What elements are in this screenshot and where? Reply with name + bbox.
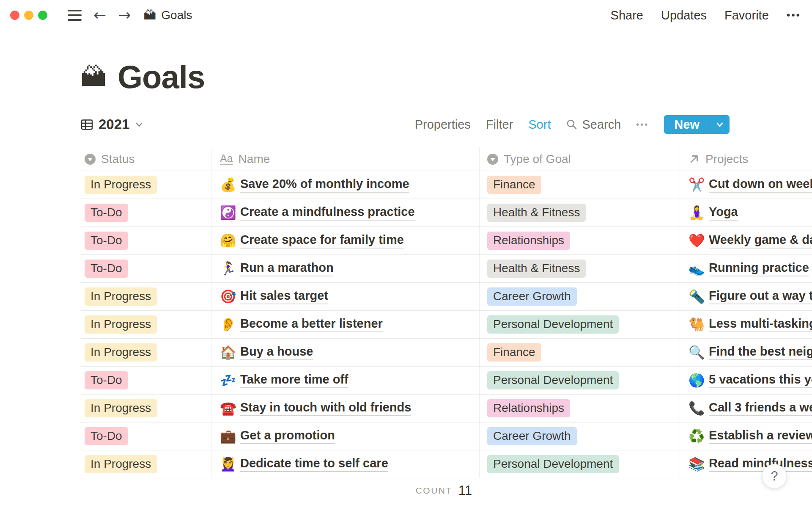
goal-name-link[interactable]: Run a marathon: [240, 261, 334, 276]
favorite-button[interactable]: Favorite: [724, 8, 769, 22]
type-of-goal-badge[interactable]: Relationships: [487, 399, 570, 417]
goal-name-link[interactable]: Hit sales target: [240, 289, 328, 304]
project-link[interactable]: Establish a review c: [709, 428, 812, 444]
page-title-emoji-icon[interactable]: 🏔: [80, 64, 107, 90]
name-cell[interactable]: 💰 Save 20% of monthly income: [211, 171, 480, 199]
goal-name-link[interactable]: Save 20% of monthly income: [240, 177, 409, 193]
status-cell[interactable]: In Progress: [80, 283, 211, 310]
table-row[interactable]: To-Do 🏃‍♀️ Run a marathon Health & Fitne…: [80, 255, 812, 283]
project-link[interactable]: Weekly game & date: [709, 233, 812, 248]
type-of-goal-cell[interactable]: Personal Development: [480, 367, 680, 394]
goal-name-link[interactable]: Buy a house: [240, 345, 313, 360]
type-of-goal-badge[interactable]: Personal Development: [487, 315, 619, 334]
table-row[interactable]: In Progress 💰 Save 20% of monthly income…: [80, 171, 812, 199]
type-of-goal-badge[interactable]: Personal Development: [487, 371, 619, 389]
status-cell[interactable]: To-Do: [80, 255, 211, 282]
projects-cell[interactable]: 👟 Running practice: [680, 255, 812, 282]
project-link[interactable]: Less multi-tasking: [709, 317, 812, 332]
status-cell[interactable]: In Progress: [80, 339, 211, 366]
type-of-goal-cell[interactable]: Personal Development: [480, 450, 680, 478]
table-row[interactable]: In Progress 👂 Become a better listener P…: [80, 311, 812, 339]
status-badge[interactable]: To-Do: [85, 260, 128, 278]
goal-name-link[interactable]: Become a better listener: [240, 317, 383, 332]
name-cell[interactable]: 🏠 Buy a house: [211, 339, 480, 366]
projects-cell[interactable]: ❤️ Weekly game & date: [680, 227, 812, 254]
name-cell[interactable]: 💆‍♀️ Dedicate time to self care: [211, 450, 480, 478]
status-badge[interactable]: In Progress: [85, 176, 157, 194]
name-cell[interactable]: 💤 Take more time off: [211, 367, 480, 394]
name-cell[interactable]: 🏃‍♀️ Run a marathon: [211, 255, 480, 282]
status-badge[interactable]: In Progress: [85, 287, 157, 306]
status-badge[interactable]: To-Do: [85, 427, 128, 445]
status-cell[interactable]: In Progress: [80, 311, 211, 338]
share-button[interactable]: Share: [611, 8, 643, 22]
projects-cell[interactable]: 📚 Read mindfulness b: [680, 450, 812, 478]
breadcrumb[interactable]: 🏔 Goals: [143, 8, 192, 22]
status-badge[interactable]: In Progress: [85, 399, 157, 417]
type-of-goal-cell[interactable]: Career Growth: [480, 422, 680, 450]
column-header-status[interactable]: Status: [80, 147, 211, 171]
project-link[interactable]: Find the best neighbo: [709, 345, 812, 360]
status-cell[interactable]: To-Do: [80, 367, 211, 394]
status-cell[interactable]: To-Do: [80, 227, 211, 254]
projects-cell[interactable]: 📞 Call 3 friends a week: [680, 395, 812, 422]
count-summary[interactable]: COUNT 11: [80, 478, 480, 503]
new-record-button[interactable]: New: [664, 115, 730, 134]
updates-button[interactable]: Updates: [661, 8, 707, 22]
close-window-button[interactable]: [10, 11, 19, 20]
project-link[interactable]: Call 3 friends a week: [709, 400, 812, 416]
type-of-goal-badge[interactable]: Career Growth: [487, 427, 577, 445]
properties-button[interactable]: Properties: [415, 118, 471, 132]
projects-cell[interactable]: 🐫 Less multi-tasking: [680, 311, 812, 338]
project-link[interactable]: Yoga: [709, 205, 738, 221]
status-cell[interactable]: To-Do: [80, 422, 211, 450]
status-cell[interactable]: To-Do: [80, 199, 211, 226]
type-of-goal-cell[interactable]: Health & Fitness: [480, 255, 680, 282]
goal-name-link[interactable]: Get a promotion: [240, 428, 335, 444]
table-row[interactable]: In Progress 🎯 Hit sales target Career Gr…: [80, 283, 812, 311]
projects-cell[interactable]: 🔍 Find the best neighbo: [680, 339, 812, 366]
type-of-goal-cell[interactable]: Career Growth: [480, 283, 680, 310]
table-row[interactable]: To-Do 🤗 Create space for family time Rel…: [80, 227, 812, 255]
status-badge[interactable]: In Progress: [85, 315, 157, 334]
type-of-goal-badge[interactable]: Health & Fitness: [487, 204, 586, 222]
type-of-goal-badge[interactable]: Health & Fitness: [487, 260, 586, 278]
name-cell[interactable]: ☎️ Stay in touch with old friends: [211, 395, 480, 422]
type-of-goal-badge[interactable]: Finance: [487, 176, 541, 194]
goal-name-link[interactable]: Create space for family time: [240, 233, 404, 248]
goal-name-link[interactable]: Stay in touch with old friends: [240, 400, 411, 416]
type-of-goal-cell[interactable]: Relationships: [480, 227, 680, 254]
type-of-goal-cell[interactable]: Finance: [480, 171, 680, 199]
table-row[interactable]: To-Do 💼 Get a promotion Career Growth ♻️…: [80, 422, 812, 450]
project-link[interactable]: Read mindfulness b: [709, 456, 812, 472]
view-switcher[interactable]: 2021: [80, 116, 144, 133]
goal-name-link[interactable]: Take more time off: [240, 373, 348, 388]
type-of-goal-cell[interactable]: Personal Development: [480, 311, 680, 338]
sidebar-toggle-icon[interactable]: [68, 10, 82, 21]
back-arrow-icon[interactable]: ←: [93, 8, 106, 23]
type-of-goal-badge[interactable]: Relationships: [487, 232, 570, 250]
project-link[interactable]: Figure out a way to ge: [709, 289, 812, 304]
type-of-goal-cell[interactable]: Relationships: [480, 395, 680, 422]
view-more-options-icon[interactable]: •••: [636, 120, 649, 130]
type-of-goal-cell[interactable]: Finance: [480, 339, 680, 366]
status-badge[interactable]: In Progress: [85, 455, 157, 473]
status-cell[interactable]: In Progress: [80, 395, 211, 422]
projects-cell[interactable]: 🧘‍♀️ Yoga: [680, 199, 812, 226]
goal-name-link[interactable]: Dedicate time to self care: [240, 456, 388, 472]
zoom-window-button[interactable]: [38, 11, 47, 20]
status-badge[interactable]: To-Do: [85, 232, 128, 250]
name-cell[interactable]: ☯️ Create a mindfulness practice: [211, 199, 480, 226]
project-link[interactable]: Running practice: [709, 261, 809, 276]
name-cell[interactable]: 💼 Get a promotion: [211, 422, 480, 450]
status-cell[interactable]: In Progress: [80, 450, 211, 478]
goal-name-link[interactable]: Create a mindfulness practice: [240, 205, 415, 221]
type-of-goal-badge[interactable]: Personal Development: [487, 455, 619, 473]
sort-button[interactable]: Sort: [528, 118, 551, 132]
project-link[interactable]: Cut down on weekda: [709, 177, 812, 193]
projects-cell[interactable]: 🌎 5 vacations this year: [680, 367, 812, 394]
table-row[interactable]: In Progress ☎️ Stay in touch with old fr…: [80, 395, 812, 422]
name-cell[interactable]: 🎯 Hit sales target: [211, 283, 480, 310]
type-of-goal-cell[interactable]: Health & Fitness: [480, 199, 680, 226]
help-button[interactable]: ?: [762, 464, 787, 489]
